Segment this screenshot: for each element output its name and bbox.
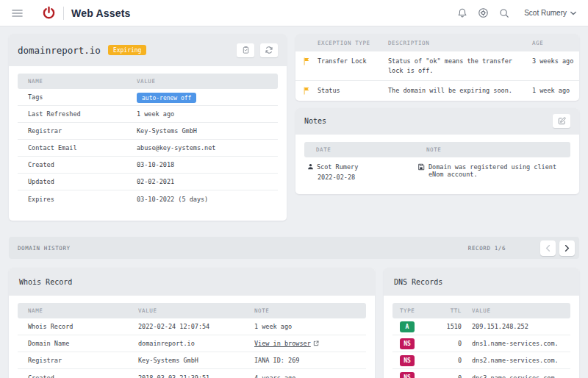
row-note: IANA ID: 269 — [254, 357, 366, 364]
note-text: Domain was registered using client eNom … — [429, 163, 570, 178]
exception-description: The domain will be expiring soon. — [388, 86, 532, 96]
row-label: Expires — [28, 196, 137, 203]
status-badge: Expiring — [108, 45, 147, 55]
note-icon — [417, 163, 425, 171]
view-in-browser-link[interactable]: View in browser — [254, 340, 319, 347]
user-icon — [307, 163, 314, 170]
bell-icon[interactable] — [457, 7, 467, 18]
whois-record-card: Whois Record NAME VALUE NOTE Whois Recor… — [9, 268, 375, 378]
col-value: VALUE — [462, 307, 570, 314]
user-name: Scot Rumery — [524, 9, 567, 17]
row-label: Last Refreshed — [28, 110, 137, 118]
dns-row: NS 0 dns3.name-services.com. — [392, 369, 570, 378]
exception-row: Status The domain will be expiring soon.… — [295, 81, 579, 100]
table-row: Domain Name domainreport.io View in brow… — [18, 335, 366, 352]
domain-history-bar: DOMAIN HISTORY RECORD 1/6 — [9, 237, 579, 259]
user-menu[interactable]: Scot Rumery — [524, 9, 576, 17]
table-row: Tags auto-renew off — [18, 89, 278, 106]
dns-row: NS 0 dns2.name-services.com. — [392, 352, 570, 369]
table-row: Whois Record 2022-02-24 12:07:54 1 week … — [18, 318, 366, 335]
table-row: Created 2018-03-03 21:39:51 4 years ago — [18, 369, 366, 378]
record-counter: RECORD 1/6 — [468, 245, 506, 252]
row-label: Registrar — [28, 357, 138, 364]
record-type-badge: A — [400, 321, 415, 332]
col-name: NAME — [28, 78, 137, 85]
notes-table-header: DATE NOTE — [304, 142, 570, 157]
prev-record-button[interactable] — [540, 240, 556, 256]
notes-title: Notes — [304, 117, 326, 125]
row-value: domainreport.io — [138, 340, 254, 347]
help-icon[interactable] — [478, 7, 489, 18]
col-description: DESCRIPTION — [388, 40, 532, 46]
row-value: 1 week ago — [137, 110, 278, 118]
domain-card-header: domainreport.io Expiring — [9, 34, 287, 66]
record-value: dns2.name-services.com. — [462, 357, 570, 364]
note-row: Scot Rumery 2022-02-28 Domain was regist… — [304, 157, 570, 184]
record-type-badge: NS — [400, 372, 415, 378]
copy-button[interactable] — [237, 43, 254, 57]
record-value: 209.151.248.252 — [462, 323, 570, 330]
table-row: Contact Email abuse@key-systems.net — [18, 140, 278, 157]
flag-icon — [295, 57, 318, 65]
exception-age: 3 weeks ago — [532, 57, 579, 66]
col-note: NOTE — [254, 307, 366, 314]
record-ttl: 0 — [429, 340, 462, 347]
dns-table-header: TYPE TTL VALUE — [392, 303, 570, 318]
row-label: Domain Name — [28, 340, 138, 347]
row-value: 03-10-2018 — [137, 161, 278, 168]
notes-card: Notes DATE NOTE — [295, 108, 579, 194]
table-row: Updated 02-02-2021 — [18, 174, 278, 190]
row-value: 02-02-2021 — [137, 178, 278, 185]
divider — [63, 7, 64, 20]
row-label: Contact Email — [28, 144, 137, 151]
table-row: Expires 03-10-2022 (5 days) — [18, 190, 278, 207]
row-label: Created — [28, 161, 137, 168]
col-value: VALUE — [137, 78, 278, 85]
table-row: Registrar Key-Systems GmbH — [18, 123, 278, 140]
exception-description: Status of "ok" means the transfer lock i… — [388, 57, 532, 76]
refresh-button[interactable] — [260, 43, 278, 57]
row-value: Key-Systems GmbH — [138, 357, 254, 364]
record-ttl: 0 — [429, 374, 462, 378]
tag-badge[interactable]: auto-renew off — [137, 93, 196, 103]
row-label: Registrar — [28, 127, 137, 135]
note-date: 2022-02-28 — [307, 174, 417, 181]
flag-icon — [295, 86, 318, 95]
row-label: Whois Record — [28, 323, 138, 330]
menu-icon[interactable] — [12, 9, 23, 18]
col-type: TYPE — [400, 307, 429, 314]
record-value: dns3.name-services.com. — [462, 374, 570, 378]
row-value: 2022-02-24 12:07:54 — [138, 323, 254, 330]
search-icon[interactable] — [499, 8, 509, 18]
row-label: Tags — [28, 93, 137, 101]
dns-row: A 1510 209.151.248.252 — [392, 318, 570, 335]
col-date: DATE — [316, 146, 426, 153]
row-value: 2018-03-03 21:39:51 — [138, 374, 254, 378]
row-note: 1 week ago — [254, 323, 366, 330]
external-link-icon — [313, 340, 319, 346]
col-note: NOTE — [426, 146, 570, 153]
col-name: NAME — [28, 307, 138, 314]
exception-row: Transfer Lock Status of "ok" means the t… — [295, 51, 579, 81]
table-row: Last Refreshed 1 week ago — [18, 106, 278, 123]
next-record-button[interactable] — [559, 240, 575, 256]
whois-table-header: NAME VALUE NOTE — [18, 303, 366, 318]
col-exception-type: EXCEPTION TYPE — [318, 40, 388, 46]
dns-title: DNS Records — [394, 278, 442, 286]
exceptions-table-header: EXCEPTION TYPE DESCRIPTION AGE — [295, 34, 579, 51]
dns-records-card: DNS Records TYPE TTL VALUE A 1510 209.15… — [384, 268, 579, 378]
domain-summary-card: domainreport.io Expiring NAME VALUE — [9, 34, 287, 221]
power-icon — [42, 6, 56, 20]
main-content: domainreport.io Expiring NAME VALUE — [0, 26, 588, 378]
table-row: Created 03-10-2018 — [18, 157, 278, 174]
record-type-badge: NS — [400, 338, 415, 349]
record-value: dns1.name-services.com. — [462, 340, 570, 347]
row-value: abuse@key-systems.net — [137, 144, 278, 151]
table-row: Registrar Key-Systems GmbH IANA ID: 269 — [18, 352, 366, 369]
row-value: 03-10-2022 (5 days) — [137, 196, 278, 203]
col-ttl: TTL — [429, 307, 462, 314]
edit-note-button[interactable] — [553, 114, 570, 128]
col-value: VALUE — [138, 307, 254, 314]
row-value: Key-Systems GmbH — [137, 127, 278, 135]
exception-age: 1 week ago — [532, 86, 579, 96]
